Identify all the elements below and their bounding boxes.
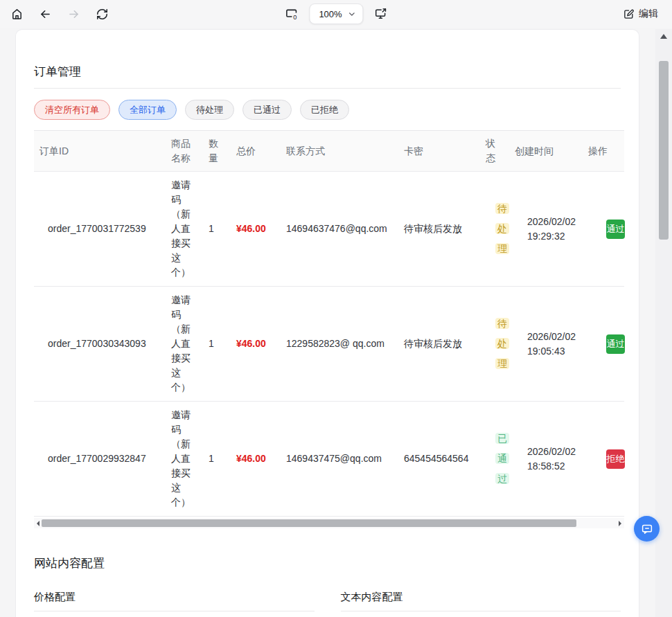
contact-cell: 1469437475@qq.com [281, 402, 398, 517]
order-row: order_1770030343093 邀请码（新人直接买这个） 1 ¥46.0… [34, 287, 624, 402]
refresh-button[interactable] [94, 6, 110, 22]
site-config-title: 网站内容配置 [34, 556, 621, 571]
order-action-button[interactable]: 拒绝 [606, 449, 625, 469]
refresh-icon [96, 8, 109, 21]
back-button[interactable] [37, 6, 53, 22]
scroll-right-arrow[interactable] [619, 521, 621, 526]
screen-share-icon [374, 7, 388, 21]
column-header: 卡密 [398, 131, 480, 172]
quantity-cell: 1 [203, 402, 231, 517]
created-time: 18:58:52 [527, 459, 577, 474]
table-header-row: 订单ID 商品名称 数量 总价 联系方式 卡密 状态 创建时间 操作 [34, 131, 624, 172]
product-name: 邀请码（新人直接买这个） [171, 408, 193, 510]
total-price-cell: ¥46.00 [231, 402, 281, 517]
divider [34, 88, 621, 89]
home-icon [10, 8, 24, 21]
chat-button[interactable] [634, 516, 660, 542]
horizontal-scroll-track[interactable] [42, 519, 617, 527]
status-badge: 已通过 [495, 433, 509, 483]
column-header: 创建时间 [509, 131, 583, 172]
status-badge: 待处理 [495, 203, 509, 253]
created-date: 2026/02/02 [527, 215, 577, 229]
order-action-button[interactable]: 通过 [606, 334, 625, 354]
home-button[interactable] [9, 6, 25, 22]
total-price-cell: ¥46.00 [231, 172, 281, 287]
content-panel: 订单管理 清空所有订单 全部订单 待处理 已通过 已拒绝 订单ID 商品名称 [15, 29, 639, 617]
contact-cell: 1229582823@ qq.com [281, 287, 398, 402]
vertical-scroll-thumb[interactable] [659, 61, 669, 240]
quantity-cell: 1 [203, 172, 231, 287]
edit-pencil-icon [623, 8, 635, 20]
config-grid: 价格配置 文本内容配置 [34, 590, 621, 611]
toolbar-zoom-group: 0 100% [283, 3, 389, 24]
config-section: 价格配置 [34, 590, 315, 611]
created-time: 19:05:43 [527, 344, 577, 359]
filter-button[interactable]: 已通过 [242, 100, 292, 120]
column-header: 订单ID [34, 131, 166, 172]
arrow-right-icon [67, 8, 80, 21]
column-header: 数量 [203, 131, 231, 172]
zoom-value: 100% [319, 9, 342, 19]
edit-button-label: 编辑 [639, 8, 658, 20]
column-header: 商品名称 [166, 131, 203, 172]
column-header: 操作 [583, 131, 624, 172]
chat-bubble-icon [641, 523, 653, 535]
scroll-left-arrow[interactable] [37, 521, 39, 526]
table-horizontal-scrollbar[interactable] [34, 518, 624, 528]
contact-cell: 14694637476@qq.com [281, 172, 398, 287]
total-price-cell: ¥46.00 [231, 287, 281, 402]
filter-button[interactable]: 全部订单 [118, 100, 177, 120]
open-preview-button[interactable] [373, 6, 389, 22]
order-id-cell: order_1770030343093 [34, 287, 166, 402]
order-row: order_1770031772539 邀请码（新人直接买这个） 1 ¥46.0… [34, 172, 624, 287]
card-secret-cell: 待审核后发放 [398, 287, 480, 402]
config-section-title: 文本内容配置 [341, 590, 621, 603]
order-row: order_1770029932847 邀请码（新人直接买这个） 1 ¥46.0… [34, 402, 624, 517]
quantity-cell: 1 [203, 287, 231, 402]
created-date: 2026/02/02 [527, 330, 577, 344]
horizontal-scroll-thumb[interactable] [42, 519, 576, 527]
toolbar-edit-group: 编辑 [619, 7, 672, 21]
forward-button[interactable] [66, 6, 82, 22]
card-secret-cell: 645454564564 [398, 402, 480, 517]
status-badge: 待处理 [495, 318, 509, 368]
order-action-button[interactable]: 通过 [606, 220, 625, 239]
scroll-up-arrow[interactable] [660, 34, 667, 39]
filter-button[interactable]: 待处理 [185, 100, 234, 120]
divider [341, 611, 621, 611]
orders-table-body: order_1770031772539 邀请码（新人直接买这个） 1 ¥46.0… [34, 172, 624, 517]
column-header: 状态 [480, 131, 509, 172]
orders-table: 订单ID 商品名称 数量 总价 联系方式 卡密 状态 创建时间 操作 [34, 130, 624, 517]
orders-section-title: 订单管理 [34, 64, 621, 79]
config-section-title: 价格配置 [34, 590, 315, 603]
toolbar-nav-group [0, 6, 110, 22]
divider [34, 611, 315, 611]
arrow-left-icon [39, 8, 52, 21]
chevron-down-icon [348, 10, 357, 19]
order-id-cell: order_1770031772539 [34, 172, 166, 287]
column-header: 联系方式 [281, 131, 398, 172]
column-header: 总价 [231, 131, 281, 172]
filter-button[interactable]: 已拒绝 [300, 100, 349, 120]
edit-button[interactable]: 编辑 [619, 7, 662, 21]
card-secret-cell: 待审核后发放 [398, 172, 480, 287]
product-name: 邀请码（新人直接买这个） [171, 293, 193, 395]
order-id-cell: order_1770029932847 [34, 402, 166, 517]
devices-zero-icon: 0 [284, 7, 299, 21]
zoom-select[interactable]: 100% [309, 3, 363, 24]
filter-button[interactable]: 清空所有订单 [34, 100, 110, 120]
order-filters: 清空所有订单 全部订单 待处理 已通过 已拒绝 [34, 100, 621, 120]
top-toolbar: 0 100% 编辑 [0, 0, 672, 28]
created-date: 2026/02/02 [527, 445, 577, 459]
product-name: 邀请码（新人直接买这个） [171, 178, 193, 280]
created-time: 19:29:32 [527, 229, 577, 244]
devices-button[interactable]: 0 [283, 6, 300, 23]
svg-text:0: 0 [293, 13, 297, 20]
config-section: 文本内容配置 [341, 590, 621, 611]
